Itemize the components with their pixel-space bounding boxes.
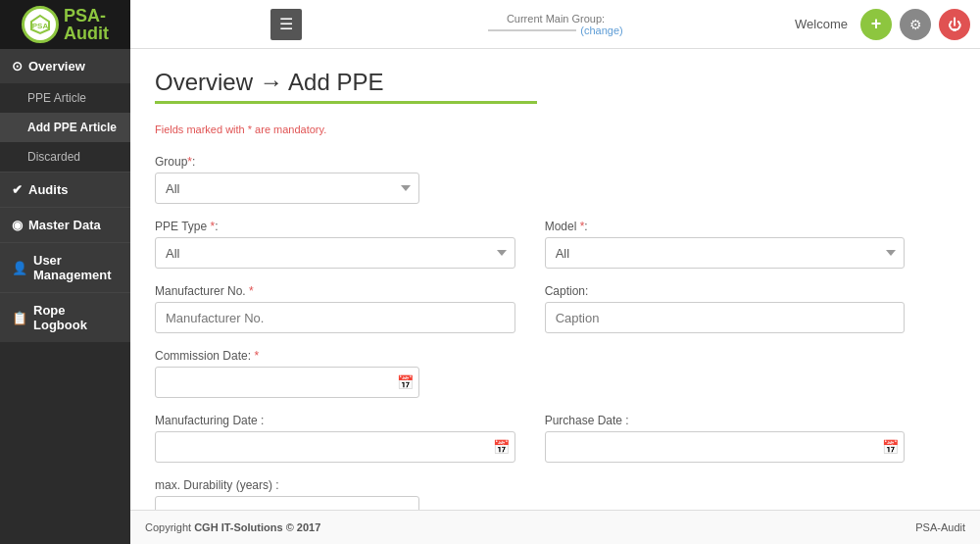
add-button[interactable]: + [860, 9, 892, 40]
hamburger-icon: ☰ [279, 15, 293, 33]
group-name-bar [488, 29, 576, 31]
manufacturing-date-input[interactable] [155, 431, 515, 463]
commission-date-input-wrapper: 📅 [155, 367, 419, 398]
sidebar-user-management[interactable]: 👤 User Management [0, 243, 130, 292]
sidebar-user-mgmt-label: User Management [33, 253, 119, 282]
sidebar-ppe-article-label: PPE Article [27, 91, 86, 105]
logo-text: PSA-Audit [64, 7, 109, 42]
manufacturer-caption-row: Manufacturer No. * Caption: [155, 284, 956, 333]
manufacturing-purchase-row: Manufacturing Date : 📅 Purchase Date : 📅 [155, 414, 956, 463]
logo-icon: PSA [29, 14, 51, 35]
purchase-date-wrapper: 📅 [545, 431, 906, 463]
purchase-date-label: Purchase Date : [545, 414, 906, 427]
welcome-text: Welcome [795, 17, 848, 31]
model-select[interactable]: All [545, 237, 906, 269]
change-link[interactable]: (change) [580, 25, 622, 36]
sidebar-audits[interactable]: ✔ Audits [0, 173, 130, 207]
model-col: Model *: All [545, 220, 906, 269]
app-wrapper: PSA PSA-Audit ⊙ Overview PPE Article Add… [0, 0, 980, 544]
caption-col: Caption: [545, 284, 906, 333]
audits-icon: ✔ [12, 182, 23, 197]
footer-copyright: Copyright CGH IT-Solutions © 2017 [145, 521, 320, 533]
sidebar-master-data[interactable]: ◉ Master Data [0, 208, 130, 242]
sidebar-audits-label: Audits [28, 182, 68, 197]
commission-date-label: Commission Date: * [155, 349, 419, 363]
sidebar-rope-logbook[interactable]: 📋 Rope Logbook [0, 293, 130, 342]
max-durability-group: max. Durability (years) : 0 [155, 478, 419, 510]
ppe-model-row: PPE Type *: All Model *: All [155, 220, 956, 269]
logout-button[interactable]: ⏻ [939, 9, 970, 40]
overview-icon: ⊙ [12, 59, 23, 74]
sidebar-overview-header[interactable]: ⊙ Overview [0, 49, 130, 83]
sidebar-rope-logbook-label: Rope Logbook [33, 303, 119, 332]
max-durability-input[interactable]: 0 [155, 496, 419, 510]
group-form-group: Group*: All [155, 155, 956, 204]
manufacturing-date-col: Manufacturing Date : 📅 [155, 414, 515, 463]
manufacturing-date-wrapper: 📅 [155, 431, 515, 463]
sidebar-item-discarded[interactable]: Discarded [0, 142, 130, 172]
sidebar: PSA PSA-Audit ⊙ Overview PPE Article Add… [0, 0, 130, 544]
top-bar: ☰ Current Main Group: (change) Welcome + [130, 0, 980, 49]
top-bar-center: Current Main Group: (change) [317, 13, 795, 36]
sidebar-overview-label: Overview [28, 59, 85, 74]
footer-brand: PSA-Audit [915, 521, 965, 533]
plus-icon: + [871, 14, 882, 34]
manufacturer-col: Manufacturer No. * [155, 284, 515, 333]
content-area: ☰ Current Main Group: (change) Welcome + [130, 0, 980, 544]
commission-date-required: * [254, 349, 259, 363]
sidebar-master-data-label: Master Data [28, 218, 101, 232]
footer-company: CGH IT-Solutions © 2017 [194, 521, 320, 533]
manufacturing-date-calendar-icon[interactable]: 📅 [493, 439, 510, 455]
svg-text:PSA: PSA [32, 22, 49, 30]
settings-button[interactable]: ⚙ [900, 9, 931, 40]
group-required-star: * [187, 155, 192, 169]
master-data-icon: ◉ [12, 218, 23, 232]
model-label: Model *: [545, 220, 906, 233]
mandatory-star: * [245, 124, 255, 135]
caption-label: Caption: [545, 284, 906, 298]
caption-input[interactable] [545, 302, 906, 333]
purchase-date-col: Purchase Date : 📅 [545, 414, 906, 463]
page-title-underline [155, 101, 537, 104]
purchase-date-calendar-icon[interactable]: 📅 [882, 439, 899, 455]
manufacturer-label: Manufacturer No. * [155, 284, 515, 298]
menu-button[interactable]: ☰ [270, 9, 302, 40]
model-required-star: * [580, 220, 585, 233]
footer: Copyright CGH IT-Solutions © 2017 PSA-Au… [130, 510, 980, 544]
mandatory-note: Fields marked with * are mandatory. [155, 124, 956, 135]
page-title: Overview → Add PPE [155, 69, 956, 96]
purchase-date-input[interactable] [545, 431, 906, 463]
gear-icon: ⚙ [909, 17, 922, 32]
top-bar-right: Welcome + ⚙ ⏻ [795, 9, 970, 40]
group-select[interactable]: All [155, 173, 419, 204]
content-body: Overview → Add PPE Fields marked with * … [130, 49, 980, 510]
manufacturer-required-star: * [249, 284, 254, 298]
sidebar-add-ppe-label: Add PPE Article [27, 121, 117, 134]
max-durability-label: max. Durability (years) : [155, 478, 419, 492]
ppe-type-select[interactable]: All [155, 237, 515, 269]
sidebar-discarded-label: Discarded [27, 150, 80, 164]
sidebar-logo: PSA PSA-Audit [0, 0, 130, 49]
main-area: PSA PSA-Audit ⊙ Overview PPE Article Add… [0, 0, 980, 544]
logo-circle: PSA [22, 6, 59, 43]
ppe-type-col: PPE Type *: All [155, 220, 515, 269]
current-group-label: Current Main Group: [507, 13, 605, 25]
ppe-type-required-star: * [211, 220, 216, 233]
commission-date-calendar-icon[interactable]: 📅 [397, 374, 414, 390]
commission-date-input[interactable] [155, 367, 419, 398]
power-icon: ⏻ [948, 17, 961, 32]
sidebar-item-ppe-article[interactable]: PPE Article [0, 83, 130, 113]
commission-date-group: Commission Date: * 📅 [155, 349, 419, 398]
sidebar-item-add-ppe-article[interactable]: Add PPE Article [0, 113, 130, 142]
group-label: Group*: [155, 155, 956, 169]
rope-logbook-icon: 📋 [12, 311, 27, 325]
user-management-icon: 👤 [12, 261, 27, 275]
manufacturing-date-label: Manufacturing Date : [155, 414, 515, 427]
manufacturer-input[interactable] [155, 302, 515, 333]
ppe-type-label: PPE Type *: [155, 220, 515, 233]
